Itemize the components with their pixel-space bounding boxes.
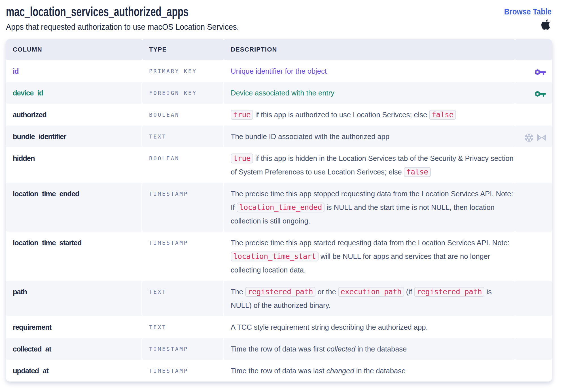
row-authorized-description-cell: true if this app is authorized to use Lo… — [223, 104, 515, 125]
column-type: TEXT — [149, 324, 166, 330]
column-name: authorized — [13, 111, 46, 119]
row-collected_at-description-cell: Time the row of data was first collected… — [223, 338, 515, 360]
row-collected_at-name-cell: collected_at — [6, 338, 142, 360]
row-location_time_ended-description-cell: The precise time this app stopped reques… — [223, 183, 515, 232]
column-description: Device associated with the entry — [231, 86, 515, 100]
column-name: collected_at — [13, 345, 51, 353]
column-description: Time the row of data was first collected… — [231, 342, 515, 356]
row-hidden-description-cell: true if this app is hidden in the Locati… — [223, 147, 515, 183]
row-path-icons-cell — [515, 281, 552, 316]
row-location_time_ended-name-cell: location_time_ended — [6, 183, 142, 232]
row-hidden-name-cell: hidden — [6, 147, 142, 183]
row-authorized-name-cell: authorized — [6, 104, 142, 125]
key-purple-icon — [535, 69, 546, 75]
browse-table-link[interactable]: Browse Table — [504, 7, 552, 16]
column-type: TIMESTAMP — [149, 191, 188, 197]
row-device_id-icons-cell — [515, 82, 552, 104]
bowtie-icon — [537, 134, 546, 141]
row-id-type-cell: PRIMARY KEY — [141, 60, 224, 82]
row-bundle_identifier-type-cell: TEXT — [141, 125, 224, 147]
code-chip: true — [231, 154, 253, 163]
row-hidden-icons-cell — [515, 147, 552, 183]
code-chip: registered_path — [414, 287, 484, 297]
row-requirement-description-cell: A TCC style requirement string describin… — [223, 316, 515, 338]
key-green-icon — [535, 91, 546, 97]
column-type: PRIMARY KEY — [149, 68, 197, 74]
column-description: The precise time this app started reques… — [231, 236, 515, 277]
column-description: The bundle ID associated with the author… — [231, 130, 515, 143]
emphasis-text: collected — [327, 345, 355, 353]
row-hidden-type-cell: BOOLEAN — [141, 147, 224, 183]
row-collected_at-icons-cell — [515, 338, 552, 360]
row-location_time_ended-type-cell: TIMESTAMP — [141, 183, 224, 232]
snowflake-icon — [525, 133, 533, 142]
column-description: true if this app is hidden in the Locati… — [231, 152, 515, 179]
apple-icon — [541, 19, 550, 31]
code-chip: false — [404, 167, 431, 177]
column-type: TIMESTAMP — [149, 346, 188, 352]
row-id-icons-cell — [515, 60, 552, 82]
column-name: requirement — [13, 323, 51, 331]
row-device_id-description-cell: Device associated with the entry — [223, 82, 515, 104]
schema-table: COLUMN TYPE DESCRIPTION idPRIMARY KEYUni… — [6, 39, 552, 382]
column-type: FOREIGN KEY — [149, 90, 197, 96]
code-chip: execution_path — [338, 287, 404, 297]
row-location_time_started-name-cell: location_time_started — [6, 232, 142, 281]
code-chip: registered_path — [245, 287, 315, 297]
column-name: location_time_started — [13, 239, 82, 247]
row-path-description-cell: The registered_path or the execution_pat… — [223, 281, 515, 316]
row-updated_at-icons-cell — [515, 360, 552, 382]
emphasis-text: changed — [326, 367, 354, 375]
schema-table-card: COLUMN TYPE DESCRIPTION idPRIMARY KEYUni… — [6, 39, 552, 382]
column-type: BOOLEAN — [149, 112, 179, 118]
row-updated_at-type-cell: TIMESTAMP — [141, 360, 224, 382]
row-location_time_ended-icons-cell — [515, 183, 552, 232]
column-name: hidden — [13, 154, 35, 162]
row-authorized-type-cell: BOOLEAN — [141, 104, 224, 125]
column-header-type: TYPE — [142, 39, 224, 60]
column-description: The precise time this app stopped reques… — [231, 187, 515, 228]
code-chip: false — [429, 110, 456, 120]
row-device_id-type-cell: FOREIGN KEY — [141, 82, 224, 104]
row-location_time_started-icons-cell — [515, 232, 552, 281]
row-path-name-cell: path — [6, 281, 142, 316]
column-type: TIMESTAMP — [149, 240, 188, 246]
column-name: location_time_ended — [13, 190, 79, 198]
code-chip: location_time_start — [231, 252, 319, 261]
column-header-icons — [515, 39, 552, 60]
code-chip: true — [231, 110, 253, 120]
column-type: BOOLEAN — [149, 155, 179, 161]
row-bundle_identifier-name-cell: bundle_identifier — [6, 125, 142, 147]
column-description: The registered_path or the execution_pat… — [231, 285, 515, 312]
page-title: mac_location_services_authorized_apps — [6, 4, 188, 19]
row-collected_at-type-cell: TIMESTAMP — [141, 338, 224, 360]
row-requirement-icons-cell — [515, 316, 552, 338]
column-type: TEXT — [149, 133, 166, 140]
column-header-column: COLUMN — [6, 39, 142, 60]
column-header-description: DESCRIPTION — [224, 39, 515, 60]
row-bundle_identifier-icons-cell — [515, 125, 552, 147]
column-description: A TCC style requirement string describin… — [231, 320, 515, 334]
row-authorized-icons-cell — [515, 104, 552, 125]
row-updated_at-name-cell: updated_at — [6, 360, 142, 382]
column-description: true if this app is authorized to use Lo… — [231, 108, 515, 122]
column-name: device_id — [13, 89, 43, 97]
row-updated_at-description-cell: Time the row of data was last changed in… — [223, 360, 515, 382]
column-type: TIMESTAMP — [149, 368, 188, 374]
column-name: id — [13, 67, 19, 75]
row-device_id-name-cell: device_id — [6, 82, 142, 104]
row-bundle_identifier-description-cell: The bundle ID associated with the author… — [223, 125, 515, 147]
column-description: Time the row of data was last changed in… — [231, 364, 515, 378]
column-name: path — [13, 288, 27, 296]
code-chip: location_time_ended — [237, 203, 325, 212]
row-id-description-cell: Unique identifier for the object — [223, 60, 515, 82]
row-location_time_started-description-cell: The precise time this app started reques… — [223, 232, 515, 281]
row-id-name-cell: id — [6, 60, 142, 82]
column-type: TEXT — [149, 289, 166, 295]
row-requirement-name-cell: requirement — [6, 316, 142, 338]
row-path-type-cell: TEXT — [141, 281, 224, 316]
row-requirement-type-cell: TEXT — [141, 316, 224, 338]
column-name: bundle_identifier — [13, 133, 66, 140]
column-description: Unique identifier for the object — [231, 64, 515, 78]
page-subtitle: Apps that requested authorization to use… — [6, 22, 239, 32]
